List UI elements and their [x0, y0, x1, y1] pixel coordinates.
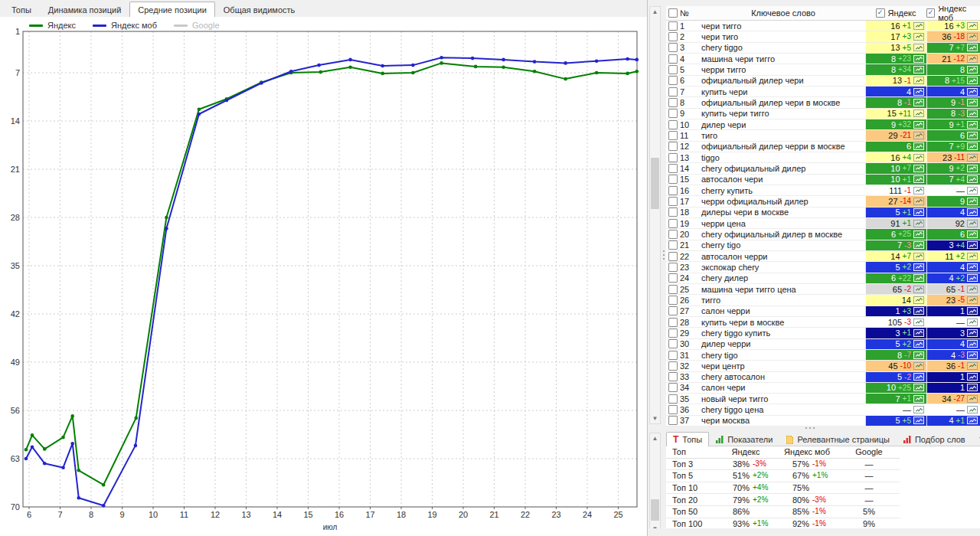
table-row[interactable]: 3chery tiggo13+57+7	[666, 43, 980, 54]
position-history-chart-icon[interactable]	[913, 329, 924, 337]
table-row[interactable]: 22автосалон черри14+711+2	[666, 251, 980, 262]
table-row[interactable]: 8официальный дилер чери в москве8-19-1	[666, 97, 980, 108]
row-checkbox[interactable]	[668, 153, 678, 162]
row-checkbox[interactable]	[668, 285, 678, 294]
table-row[interactable]: 37чери москва5+54+1	[666, 416, 980, 427]
position-history-chart-icon[interactable]	[913, 132, 924, 139]
table-row[interactable]: 6официальный дилер чери13-18+15	[666, 76, 980, 87]
row-checkbox[interactable]	[668, 405, 678, 414]
number-column-header[interactable]: №	[680, 8, 698, 18]
position-history-chart-icon[interactable]	[913, 340, 924, 348]
yandex-mob-checked-checkbox[interactable]: ✓	[926, 8, 935, 18]
yandex-column-header[interactable]: ✓ Яндекс	[865, 8, 926, 18]
bottom-tab-tops[interactable]: TТопы	[666, 432, 709, 446]
position-history-chart-icon[interactable]	[913, 220, 924, 227]
position-history-chart-icon[interactable]	[967, 230, 978, 238]
position-history-chart-icon[interactable]	[967, 307, 978, 315]
bottom-tab-metrics[interactable]: Показатели	[709, 432, 779, 446]
position-history-chart-icon[interactable]	[967, 373, 978, 381]
scroll-up-icon[interactable]: ▲	[650, 7, 660, 17]
position-history-chart-icon[interactable]	[913, 253, 924, 260]
row-checkbox[interactable]	[668, 197, 678, 206]
table-row[interactable]: 1чери тигго16+116+3	[666, 21, 980, 31]
position-history-chart-icon[interactable]	[967, 329, 978, 337]
bottom-tab-word-picker[interactable]: Подбор слов	[897, 432, 972, 446]
bottom-panel-scrollbar[interactable]: ▲ ▼	[649, 433, 661, 534]
position-history-chart-icon[interactable]	[913, 187, 924, 194]
position-history-chart-icon[interactable]	[913, 319, 924, 326]
position-history-chart-icon[interactable]	[913, 154, 924, 162]
row-checkbox[interactable]	[668, 142, 678, 151]
position-history-chart-icon[interactable]	[967, 263, 978, 271]
row-checkbox[interactable]	[668, 240, 678, 250]
position-history-chart-icon[interactable]	[967, 208, 978, 216]
row-checkbox[interactable]	[668, 54, 678, 64]
legend-item-яндекс[interactable]: Яндекс	[29, 21, 76, 30]
table-row[interactable]: 9купить чери тигго15+118-3	[666, 109, 980, 119]
position-history-chart-icon[interactable]	[967, 22, 978, 30]
table-row[interactable]: 26тигго1423-5	[666, 295, 980, 306]
position-history-chart-icon[interactable]	[913, 165, 924, 172]
row-checkbox[interactable]	[668, 65, 678, 74]
row-checkbox[interactable]	[668, 263, 678, 272]
select-all-checkbox[interactable]	[668, 8, 678, 18]
position-history-chart-icon[interactable]	[913, 406, 924, 413]
yandex-mob-column-header[interactable]: ✓ Яндекс моб	[926, 6, 980, 22]
table-row[interactable]: 16cherry купить111-1—	[666, 185, 980, 196]
tab-visibility[interactable]: Общая видимость	[215, 2, 304, 17]
table-row[interactable]: 12официальный дилер черри в москве67+9	[666, 142, 980, 152]
position-history-chart-icon[interactable]	[913, 296, 924, 304]
table-row[interactable]: 33chery автосалон5-21	[666, 372, 980, 383]
row-checkbox[interactable]	[668, 208, 678, 217]
position-history-chart-icon[interactable]	[967, 187, 978, 194]
row-checkbox[interactable]	[668, 339, 678, 348]
position-history-chart-icon[interactable]	[967, 286, 978, 293]
position-history-chart-icon[interactable]	[913, 230, 924, 238]
row-checkbox[interactable]	[668, 21, 678, 31]
position-history-chart-icon[interactable]	[967, 220, 978, 227]
position-history-chart-icon[interactable]	[913, 362, 924, 370]
position-history-chart-icon[interactable]	[967, 362, 978, 370]
table-row[interactable]: 20chery официальный дилер в москве6+256	[666, 229, 980, 240]
scrollbar-thumb[interactable]	[651, 158, 659, 209]
row-checkbox[interactable]	[668, 109, 678, 118]
row-checkbox[interactable]	[668, 120, 678, 129]
row-checkbox[interactable]	[668, 383, 678, 392]
row-checkbox[interactable]	[668, 164, 678, 173]
position-history-chart-icon[interactable]	[967, 77, 978, 84]
table-row[interactable]: 18дилеры чери в москве5+14	[666, 208, 980, 218]
bottom-tab-relevant-pages[interactable]: Релевантные страницы	[779, 432, 896, 446]
row-checkbox[interactable]	[668, 131, 678, 140]
row-checkbox[interactable]	[668, 252, 678, 261]
table-row[interactable]: 17черри официальный дилер27-149	[666, 196, 980, 207]
table-row[interactable]: 7купить чери44	[666, 87, 980, 97]
position-history-chart-icon[interactable]	[913, 77, 924, 84]
scroll-down-icon[interactable]: ▼	[650, 413, 660, 423]
position-history-chart-icon[interactable]	[913, 33, 924, 41]
table-row[interactable]: 13tiggo16+423-11	[666, 152, 980, 163]
position-history-chart-icon[interactable]	[967, 165, 978, 172]
position-history-chart-icon[interactable]	[967, 66, 978, 74]
position-history-chart-icon[interactable]	[913, 351, 924, 359]
table-row[interactable]: 11тиго29-216	[666, 130, 980, 141]
position-history-chart-icon[interactable]	[967, 253, 978, 260]
row-checkbox[interactable]	[668, 273, 678, 283]
row-checkbox[interactable]	[668, 296, 678, 305]
bottom-tab-hide[interactable]: Скрыть	[972, 432, 980, 446]
row-checkbox[interactable]	[668, 186, 678, 195]
position-history-chart-icon[interactable]	[913, 55, 924, 63]
table-row[interactable]: 34салон чери10+251	[666, 383, 980, 394]
row-checkbox[interactable]	[668, 351, 678, 360]
row-checkbox[interactable]	[668, 32, 678, 41]
row-checkbox[interactable]	[668, 219, 678, 228]
row-checkbox[interactable]	[668, 318, 678, 327]
position-history-chart-icon[interactable]	[967, 55, 978, 63]
table-row[interactable]: 4машина чери тигго8+2321-12	[666, 54, 980, 64]
tab-average-positions[interactable]: Средние позиции	[129, 2, 214, 18]
keyword-column-header[interactable]: Ключевое слово	[698, 8, 865, 18]
position-history-chart-icon[interactable]	[967, 241, 978, 249]
row-checkbox[interactable]	[668, 230, 678, 239]
position-history-chart-icon[interactable]	[913, 66, 924, 74]
position-history-chart-icon[interactable]	[967, 384, 978, 391]
position-history-chart-icon[interactable]	[967, 340, 978, 348]
